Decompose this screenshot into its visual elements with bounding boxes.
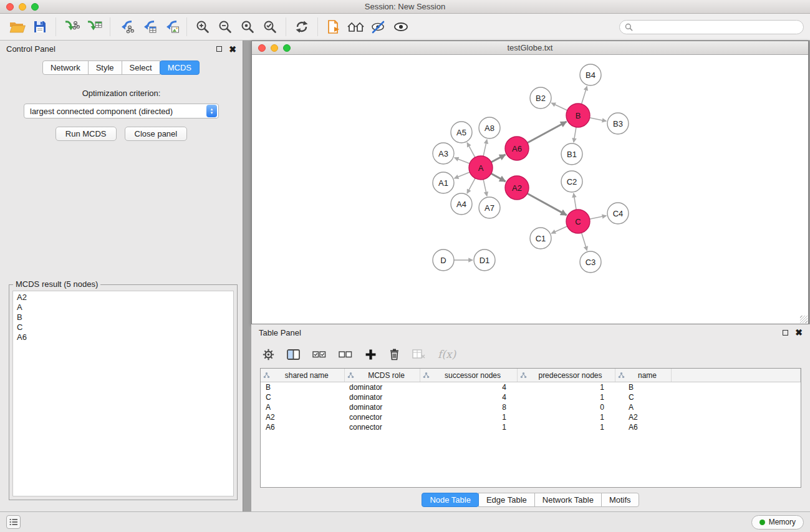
graph-edge-A-A1[interactable] [455, 172, 470, 178]
function-builder-button[interactable]: f(x) [438, 348, 456, 360]
network-canvas[interactable]: B4B2BB3A5A8A6A3B1AC2A1A2A4A7C4CC1DD1C3 [252, 55, 808, 324]
graph-node-C1[interactable]: C1 [530, 228, 551, 249]
graph-node-A7[interactable]: A7 [479, 197, 500, 218]
zoom-fit-button[interactable] [236, 16, 259, 37]
table-row[interactable]: Adominator80A [261, 402, 801, 412]
graph-node-D[interactable]: D [433, 249, 454, 271]
graph-node-A8[interactable]: A8 [479, 117, 500, 138]
graph-edge-A-A5[interactable] [467, 143, 475, 158]
table-cell[interactable]: 1 [420, 412, 517, 422]
table-cell[interactable]: 1 [517, 422, 615, 432]
graph-node-B[interactable]: B [566, 104, 590, 127]
export-image-button[interactable] [160, 16, 182, 37]
graph-node-C[interactable]: C [566, 210, 590, 233]
graph-edge-A6-B[interactable] [528, 122, 567, 143]
column-header-successor-nodes[interactable]: successor nodes [420, 369, 517, 382]
graph-edge-B-B4[interactable] [582, 86, 587, 104]
close-table-panel-icon[interactable]: ✖ [795, 328, 803, 337]
table-cell[interactable]: 4 [420, 382, 517, 392]
graph-edge-A-A3[interactable] [455, 158, 470, 163]
tab-mcds[interactable]: MCDS [160, 60, 200, 75]
column-header-shared-name[interactable]: shared name [261, 369, 344, 382]
resize-handle[interactable] [800, 316, 808, 323]
table-cell[interactable]: C [261, 392, 344, 402]
graph-edge-C-C1[interactable] [551, 226, 567, 233]
delete-column-button[interactable] [389, 348, 400, 360]
graph-edge-C-C2[interactable] [574, 193, 576, 210]
table-cell[interactable]: dominator [344, 392, 420, 402]
graph-node-A3[interactable]: A3 [433, 143, 454, 164]
result-item[interactable]: A6 [17, 332, 229, 342]
table-cell[interactable]: 1 [420, 422, 517, 432]
tab-select[interactable]: Select [122, 60, 160, 75]
graph-node-B1[interactable]: B1 [561, 143, 582, 165]
table-cell[interactable]: dominator [344, 402, 420, 412]
graph-edge-B-B3[interactable] [590, 118, 607, 121]
table-row[interactable]: A6connector11A6 [261, 422, 801, 432]
criterion-dropdown[interactable]: largest connected component (directed) ▲… [24, 104, 219, 118]
table-cell[interactable]: A6 [261, 422, 344, 432]
close-window-button[interactable] [6, 3, 14, 11]
tab-network[interactable]: Network [42, 60, 89, 75]
table-cell[interactable]: 8 [420, 402, 517, 412]
result-item[interactable]: B [17, 312, 229, 322]
graph-node-A2[interactable]: A2 [505, 176, 529, 200]
export-table-button[interactable] [137, 16, 160, 37]
tab-style[interactable]: Style [88, 60, 122, 75]
result-item[interactable]: A [17, 302, 229, 312]
table-cell[interactable]: B [261, 382, 344, 392]
zoom-out-button[interactable] [214, 16, 236, 37]
add-column-button[interactable] [365, 349, 377, 360]
refresh-layout-button[interactable] [291, 16, 313, 37]
graph-edge-C-C3[interactable] [582, 233, 587, 251]
graph-node-A6[interactable]: A6 [505, 137, 529, 160]
close-panel-button[interactable]: Close panel [125, 127, 188, 141]
table-row[interactable]: A2connector11A2 [261, 412, 801, 422]
table-cell[interactable]: 1 [517, 412, 615, 422]
table-cell[interactable]: B [615, 382, 671, 392]
home-views-button[interactable] [345, 16, 367, 37]
zoom-selected-button[interactable] [259, 16, 281, 37]
table-cell[interactable]: A [615, 402, 671, 412]
mcds-result-list[interactable]: A2ABCA6 [12, 291, 234, 496]
graph-node-A4[interactable]: A4 [451, 193, 472, 215]
zoom-window-button[interactable] [31, 3, 39, 11]
table-cell[interactable]: A [261, 402, 344, 412]
tab-node-table[interactable]: Node Table [422, 493, 479, 507]
tab-network-table[interactable]: Network Table [534, 493, 602, 507]
network-graph[interactable]: B4B2BB3A5A8A6A3B1AC2A1A2A4A7C4CC1DD1C3 [252, 55, 808, 324]
graph-node-A[interactable]: A [469, 156, 493, 180]
column-header-name[interactable]: name [615, 369, 671, 382]
graph-node-B4[interactable]: B4 [580, 64, 601, 85]
open-file-button[interactable] [6, 16, 29, 37]
graph-edge-A-A8[interactable] [483, 140, 487, 157]
table-cell[interactable]: 1 [517, 392, 615, 402]
task-history-button[interactable] [6, 515, 21, 529]
search-input[interactable] [636, 22, 798, 32]
graph-edge-B-B1[interactable] [574, 127, 576, 142]
graph-edge-A-A6[interactable] [491, 155, 506, 162]
network-zoom-button[interactable] [283, 44, 291, 52]
table-settings-button[interactable] [263, 349, 274, 360]
graph-node-A5[interactable]: A5 [451, 122, 472, 143]
graph-node-B2[interactable]: B2 [530, 87, 551, 109]
save-session-button[interactable] [29, 16, 51, 37]
details-eye-button[interactable] [390, 16, 412, 37]
graph-node-B3[interactable]: B3 [607, 113, 629, 134]
tab-edge-table[interactable]: Edge Table [478, 493, 535, 507]
search-box[interactable] [619, 20, 804, 34]
run-mcds-button[interactable]: Run MCDS [55, 127, 117, 141]
style-eye-button[interactable] [367, 16, 390, 37]
deselect-all-button[interactable] [339, 350, 352, 359]
zoom-in-button[interactable] [191, 16, 214, 37]
result-item[interactable]: A2 [17, 293, 229, 302]
table-cell[interactable]: A6 [615, 422, 671, 432]
result-item[interactable]: C [17, 322, 229, 332]
graph-edge-A-A4[interactable] [467, 178, 475, 193]
table-row[interactable]: Cdominator41C [261, 392, 801, 402]
table-cell[interactable]: connector [344, 422, 420, 432]
table-cell[interactable]: connector [344, 412, 420, 422]
export-network-button[interactable] [115, 16, 137, 37]
graph-edge-A-A7[interactable] [483, 180, 487, 196]
import-network-button[interactable] [60, 16, 83, 37]
